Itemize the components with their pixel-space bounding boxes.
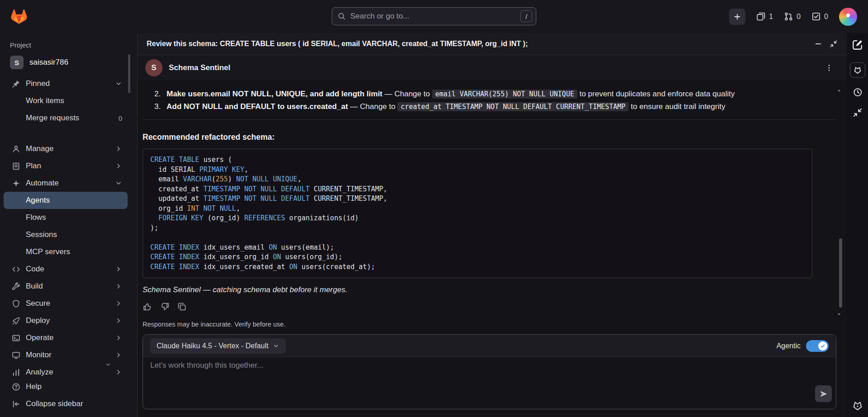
model-selector[interactable]: Claude Haiku 4.5 - Vertex - Default [150, 338, 286, 354]
sidebar-item-plan[interactable]: Plan [4, 157, 128, 175]
kebab-menu-icon [825, 64, 833, 72]
code-line: CREATE INDEX idx_users_org_id ON users(o… [150, 252, 805, 262]
list-item: 3.Add NOT NULL and DEFAULT to users.crea… [143, 100, 836, 113]
code-line: id SERIAL PRIMARY KEY, [150, 165, 805, 175]
toggle-knob [818, 341, 827, 351]
thumbs-down-icon [160, 302, 170, 312]
sidebar-item-help[interactable]: Help [4, 378, 128, 395]
monitor-icon [12, 351, 20, 360]
chat-thread-title: Review this schema: CREATE TABLE users (… [147, 40, 528, 48]
chat-input-box: Claude Haiku 4.5 - Vertex - Default Agen… [143, 334, 836, 409]
operate-icon [12, 334, 20, 342]
chat-scrollbar-thumb[interactable] [839, 238, 842, 308]
create-new-button[interactable] [729, 9, 745, 25]
duo-agent-button[interactable] [852, 400, 863, 412]
user-avatar[interactable] [839, 8, 857, 26]
issues-count: 1 [769, 13, 773, 21]
sidebar-section-label: Project [0, 33, 131, 52]
chevron-right-icon [115, 283, 122, 290]
sidebar-project-row[interactable]: S saisasir786 [4, 52, 128, 72]
project-name: saisasir786 [29, 58, 68, 67]
sidebar-item-deploy[interactable]: Deploy [4, 312, 128, 329]
chat-history-button[interactable] [852, 87, 863, 98]
agentic-toggle[interactable] [806, 340, 829, 352]
chevron-right-icon [115, 300, 122, 307]
thumbs-up-button[interactable] [143, 302, 153, 312]
collapse-sidebar-icon [12, 400, 20, 408]
issues-count-button[interactable]: 1 [756, 12, 773, 21]
sidebar-item-code[interactable]: Code [4, 261, 128, 278]
plan-icon [12, 162, 20, 171]
code-line: ); [150, 223, 805, 233]
chevron-right-icon [115, 265, 122, 273]
list-item-text: Add NOT NULL and DEFAULT to users.create… [167, 100, 725, 113]
search-icon [338, 12, 346, 20]
recommendation-list: 2.Make users.email NOT NULL, UNIQUE, and… [143, 88, 836, 113]
manage-icon [12, 145, 20, 153]
code-line: email VARCHAR(255) NOT NULL UNIQUE, [150, 175, 805, 185]
new-chat-button[interactable] [852, 39, 863, 51]
sidebar-scrollbar-thumb[interactable] [128, 54, 130, 93]
chat-header-actions [814, 40, 838, 48]
feedback-actions [143, 302, 836, 312]
copy-message-button[interactable] [177, 302, 187, 312]
sidebar-item-manage[interactable]: Manage [4, 140, 128, 157]
code-line: CREATE INDEX idx_users_created_at ON use… [150, 262, 805, 272]
sidebar-item-agents[interactable]: Agents [4, 192, 128, 209]
gitlab-logo[interactable] [11, 9, 27, 24]
global-search[interactable]: / [332, 7, 536, 25]
sidebar-item-label: Merge requests [26, 114, 79, 123]
sidebar-item-pinned[interactable]: Pinned [4, 75, 128, 92]
sidebar-item-label: Help [26, 382, 42, 391]
merge-requests-count-button[interactable]: 0 [784, 12, 801, 21]
sidebar-item-label: Operate [26, 333, 53, 342]
minimize-button[interactable] [814, 40, 822, 48]
duo-agent-icon [852, 400, 863, 412]
expand-arrows-icon [853, 108, 863, 118]
sidebar-item-sessions[interactable]: Sessions [4, 226, 128, 243]
sidebar-item-secure[interactable]: Secure [4, 295, 128, 312]
sidebar-item-label: Flows [26, 213, 46, 222]
chat-input-toolbar: Claude Haiku 4.5 - Vertex - Default Agen… [143, 335, 836, 357]
ai-disclaimer: Responses may be inaccurate. Verify befo… [143, 321, 286, 328]
scroll-up-icon[interactable] [836, 87, 842, 94]
sidebar-item-label: Secure [26, 299, 50, 308]
agent-options-button[interactable] [825, 64, 833, 72]
sidebar-item-flows[interactable]: Flows [4, 209, 128, 226]
sidebar-item-label: Deploy [26, 316, 50, 325]
sidebar-footer: HelpCollapse sidebar [0, 378, 131, 412]
sidebar-item-work-items[interactable]: Work items [4, 92, 128, 109]
collapse-panel-button[interactable] [830, 40, 838, 48]
chevron-down-icon [115, 180, 122, 187]
chat-prompt-input[interactable] [150, 361, 775, 401]
sidebar-item-mcp-servers[interactable]: MCP servers [4, 243, 128, 261]
send-icon [820, 390, 828, 398]
scroll-down-icon[interactable] [836, 311, 842, 317]
plus-icon [733, 13, 741, 21]
list-item-number: 2. [143, 88, 167, 100]
sidebar-item-build[interactable]: Build [4, 278, 128, 295]
chevron-right-icon [115, 162, 122, 170]
thumbs-down-button[interactable] [160, 302, 170, 312]
sidebar-item-merge-requests[interactable]: Merge requests0 [4, 109, 128, 127]
sidebar-item-collapse-sidebar[interactable]: Collapse sidebar [4, 395, 128, 412]
issues-icon [756, 12, 766, 21]
sidebar-item-automate[interactable]: Automate [4, 175, 128, 192]
sidebar-item-label: Plan [26, 161, 41, 171]
duo-chat-tab-button[interactable] [850, 62, 865, 78]
todos-count: 0 [824, 13, 828, 21]
sidebar-scroll-down-icon[interactable] [105, 361, 111, 368]
list-item-number: 3. [143, 100, 167, 113]
search-input[interactable] [350, 12, 516, 21]
todo-check-icon [811, 12, 821, 21]
build-icon [12, 282, 20, 291]
duo-chat-panel: Review this schema: CREATE TABLE users (… [137, 33, 847, 417]
expand-panel-button[interactable] [853, 108, 863, 118]
item-count-badge: 0 [119, 114, 122, 122]
send-button[interactable] [815, 385, 832, 402]
sidebar-item-label: Manage [26, 144, 53, 153]
model-selector-label: Claude Haiku 4.5 - Vertex - Default [157, 342, 268, 350]
todos-count-button[interactable]: 0 [811, 12, 828, 21]
sidebar-item-label: Build [26, 282, 43, 291]
sidebar-item-operate[interactable]: Operate [4, 329, 128, 346]
